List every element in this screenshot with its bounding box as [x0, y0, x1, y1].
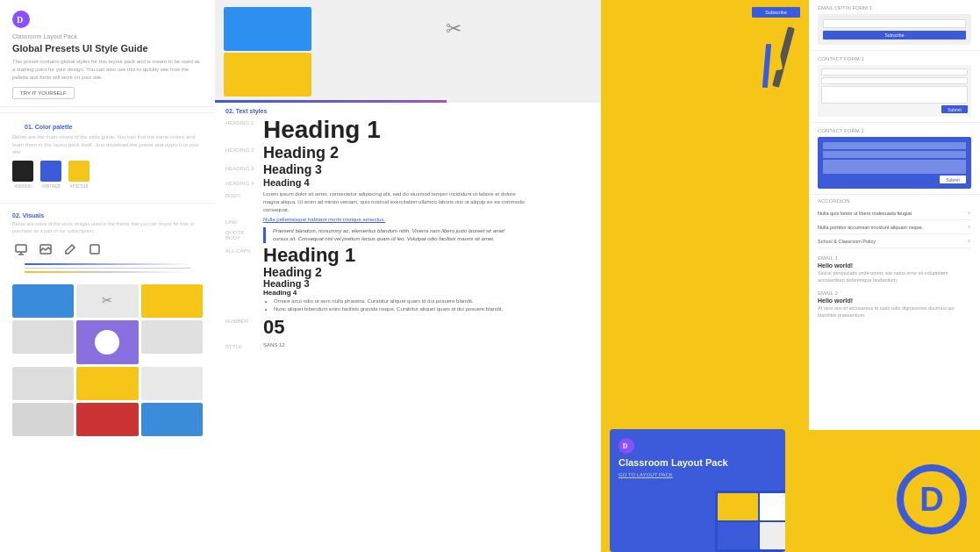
style-label-h4: HEADING 4: [225, 178, 256, 186]
bullet-list: Ornare arcu odio ut sem nulla pharetra. …: [263, 298, 503, 313]
subscribe-submit-label: Subscribe: [884, 32, 904, 38]
left-panel: D Classroom Layout Pack Global Presets U…: [0, 0, 215, 552]
text-styles-section: 02. Text styles HEADING 1 Heading 1 HEAD…: [215, 103, 601, 357]
color-description: Below are the main colors of the style g…: [12, 133, 203, 155]
style-row-body: BODY Lorem ipsum dolor sit amet, consect…: [225, 190, 590, 214]
divi-d-logo: D: [897, 464, 967, 534]
progress-bar: [215, 100, 601, 103]
cf2-name-input[interactable]: [823, 142, 966, 149]
divider: [0, 203, 215, 204]
promo-title: Classroom Layout Pack: [619, 457, 776, 469]
visuals-section: 02. Visuals Below are some of the stock …: [0, 209, 215, 280]
image-blue: [224, 7, 311, 51]
swatch-color: [68, 161, 89, 182]
allcaps-h4: Heading 4: [263, 290, 503, 297]
contact-form-2-section: CONTACT FORM 2 Submit: [809, 123, 980, 195]
heading-1-text: Heading 1: [263, 118, 381, 142]
cf2-submit-label: Submit: [946, 177, 960, 183]
svg-rect-5: [90, 245, 99, 254]
swatch-yellow: #F5C518: [68, 161, 89, 189]
cf2-message-input[interactable]: [823, 160, 966, 174]
accordion-expand-icon: +: [967, 223, 971, 231]
style-label-allcaps: ALL CAPS: [225, 246, 256, 254]
accordion-item-label: Nulla quis lorem ut libero malesuada feu…: [818, 211, 913, 216]
style-row-link: LINK Nulla pellentesque habitant morbi t…: [225, 217, 590, 225]
style-label-h1: HEADING 1: [225, 118, 256, 125]
style-label-h3: HEADING 3: [225, 163, 256, 171]
style-label-number: NUMBER: [225, 316, 256, 324]
subscribe-button[interactable]: Subscribe: [752, 7, 800, 18]
image-item: [76, 403, 138, 436]
promo-preview: [715, 491, 785, 552]
divider: [0, 112, 215, 113]
icon-row: [12, 240, 203, 258]
number-display: 05: [263, 316, 284, 339]
square-icon: [86, 240, 104, 258]
accordion-item-label: Nulla porttitor accumsan tincidunt aliqu…: [818, 225, 923, 230]
blog-1-label: EMAIL 1: [818, 255, 971, 261]
heading-4-text: Heading 4: [263, 178, 310, 188]
cf2-email-input[interactable]: [823, 151, 966, 158]
visuals-description: Below are some of the stock images used …: [12, 221, 203, 234]
divider-style-1: [25, 263, 190, 265]
cf2-submit-button[interactable]: Submit: [940, 176, 966, 183]
contact-form-1-section: CONTACT FORM 1 Submit: [809, 51, 980, 123]
heading-3-text: Heading 3: [263, 163, 322, 176]
try-button[interactable]: TRY IT YOURSELF: [12, 87, 75, 99]
cf-submit-label: Submit: [948, 107, 962, 112]
style-label-quote: QUOTE BODY: [225, 227, 256, 240]
style-row-h4: HEADING 4 Heading 4: [225, 178, 590, 188]
progress-fill: [215, 100, 447, 103]
pencil-decor-3: [762, 44, 771, 88]
bottom-image-row: [224, 53, 592, 97]
allcaps-h1: Heading 1: [263, 246, 503, 265]
list-item: Ornare arcu odio ut sem nulla pharetra. …: [274, 298, 503, 305]
cf-message-input[interactable]: [821, 86, 968, 104]
style-row-h2: HEADING 2 Heading 2: [225, 145, 590, 161]
image-item: [12, 320, 74, 354]
accordion-section: ACCORDION Nulla quis lorem ut libero mal…: [809, 195, 980, 252]
right-panel: Subscribe EMAIL OPTIN FORM 1 Subscribe C…: [601, 0, 980, 552]
accordion-item-1[interactable]: Nulla quis lorem ut libero malesuada feu…: [818, 206, 971, 220]
image-inner: [95, 330, 119, 355]
style-row-h3: HEADING 3 Heading 3: [225, 163, 590, 176]
style-value: SANS 12: [263, 341, 285, 349]
cf-name-input[interactable]: [821, 68, 968, 75]
image-item: [141, 367, 203, 400]
blog-2-greeting: Hello world!: [818, 298, 971, 304]
center-inner: ✂ 02. Text styles HEADING 1 Heading 1 HE…: [215, 0, 601, 552]
cf-email-input[interactable]: [821, 77, 968, 84]
dividers-section: [12, 262, 203, 277]
cf-submit-button[interactable]: Submit: [941, 105, 968, 113]
contact-form-2-label: CONTACT FORM 2: [818, 128, 971, 133]
accordion-item-2[interactable]: Nulla porttitor accumsan tincidunt aliqu…: [818, 220, 971, 234]
subscribe-submit-button[interactable]: Subscribe: [823, 31, 966, 39]
page-description: This preset contains global styles for t…: [12, 58, 203, 82]
divi-logo-icon: D: [12, 11, 30, 28]
all-caps-headings: Heading 1 Heading 2 Heading 3 Heading 4 …: [263, 246, 503, 313]
divider-style-2: [25, 268, 190, 269]
breadcrumb: Classroom Layout Pack: [12, 33, 203, 39]
heading-2-text: Heading 2: [263, 145, 339, 161]
accordion-expand-icon: +: [967, 209, 971, 217]
swatch-blue: #2B7AEB: [40, 161, 61, 189]
image-item: [12, 367, 74, 400]
contact-form-2-visual: Submit: [818, 137, 971, 189]
accordion-item-3[interactable]: School & Classroom Policy +: [818, 234, 971, 248]
image-icon: [37, 240, 54, 258]
subscribe-label: Subscribe: [765, 10, 786, 15]
style-label-style: STYLE: [225, 341, 256, 349]
style-row-quote: QUOTE BODY Praesent blandum, nonummy ac,…: [225, 227, 590, 243]
section-label: 02. Text styles: [225, 108, 590, 114]
page-title: Global Presets UI Style Guide: [12, 42, 203, 54]
visuals-heading: 02. Visuals: [12, 212, 203, 219]
style-row-number: NUMBER 05: [225, 316, 590, 339]
accordion-expand-icon: +: [967, 237, 971, 245]
blog-1-greeting: Hello world!: [818, 262, 971, 269]
contact-form-1-label: CONTACT FORM 1: [818, 56, 971, 61]
promo-card: D Classroom Layout Pack GO TO LAYOUT PAC…: [610, 429, 785, 552]
promo-link[interactable]: GO TO LAYOUT PACK: [619, 472, 776, 477]
divi-d-circle: D: [897, 464, 967, 534]
email-input-visual[interactable]: [823, 19, 966, 28]
color-swatches: #000000 #2B7AEB #F5C518: [12, 161, 203, 189]
